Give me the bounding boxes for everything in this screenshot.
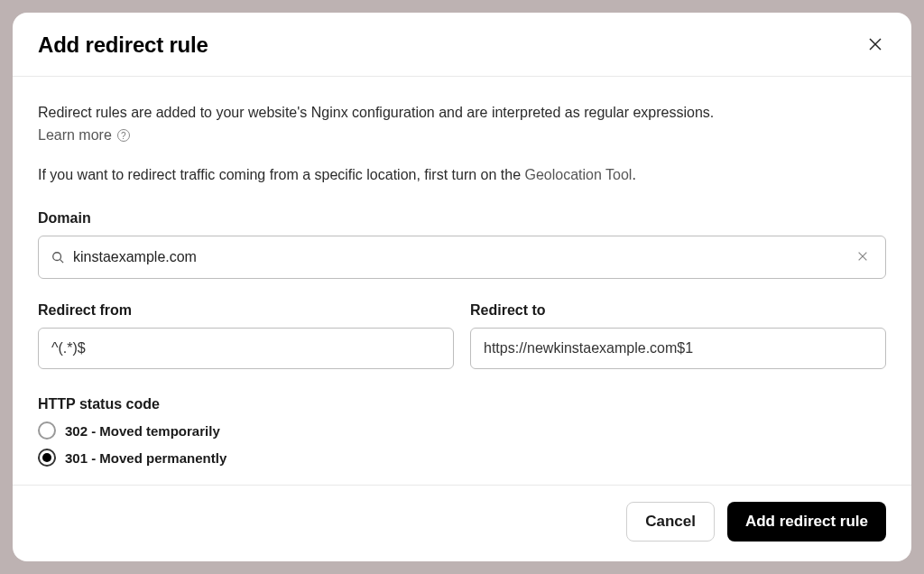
- status-code-label: HTTP status code: [38, 396, 886, 412]
- cancel-button[interactable]: Cancel: [626, 502, 715, 542]
- modal-footer: Cancel Add redirect rule: [13, 485, 911, 561]
- add-redirect-modal: Add redirect rule Redirect rules are add…: [13, 13, 911, 561]
- svg-line-3: [60, 260, 64, 264]
- modal-title: Add redirect rule: [38, 32, 208, 58]
- geolocation-tool-link[interactable]: Geolocation Tool: [525, 167, 633, 182]
- redirect-from-label: Redirect from: [38, 302, 454, 319]
- radio-checked-icon: [38, 449, 56, 467]
- geolocation-note: If you want to redirect traffic coming f…: [38, 167, 886, 183]
- redirect-row: Redirect from Redirect to: [38, 302, 886, 369]
- redirect-to-input[interactable]: [470, 328, 886, 369]
- help-icon: ?: [117, 129, 130, 142]
- geo-note-prefix: If you want to redirect traffic coming f…: [38, 167, 525, 182]
- radio-dot-icon: [42, 453, 51, 462]
- domain-field: Domain: [38, 210, 886, 279]
- modal-body: Redirect rules are added to your website…: [13, 77, 911, 485]
- status-302-label: 302 - Moved temporarily: [65, 423, 220, 439]
- clear-domain-button[interactable]: [853, 246, 873, 269]
- redirect-from-input[interactable]: [38, 328, 454, 369]
- domain-input[interactable]: [73, 249, 853, 265]
- search-icon: [51, 251, 64, 264]
- learn-more-link[interactable]: Learn more ?: [38, 127, 130, 144]
- redirect-from-field: Redirect from: [38, 302, 454, 369]
- svg-point-2: [53, 253, 61, 261]
- geo-note-suffix: .: [632, 167, 635, 182]
- status-301-label: 301 - Moved permanently: [65, 450, 226, 466]
- redirect-to-label: Redirect to: [470, 302, 886, 319]
- status-code-field: HTTP status code 302 - Moved temporarily…: [38, 396, 886, 467]
- domain-input-wrapper[interactable]: [38, 236, 886, 279]
- clear-icon: [856, 250, 869, 265]
- add-redirect-rule-button[interactable]: Add redirect rule: [727, 502, 886, 542]
- close-icon: [868, 37, 882, 54]
- learn-more-text: Learn more: [38, 127, 112, 144]
- redirect-to-field: Redirect to: [470, 302, 886, 369]
- status-option-301[interactable]: 301 - Moved permanently: [38, 449, 886, 467]
- domain-label: Domain: [38, 210, 886, 227]
- close-button[interactable]: [864, 33, 886, 58]
- modal-header: Add redirect rule: [13, 13, 911, 77]
- radio-unchecked-icon: [38, 421, 56, 440]
- description-text: Redirect rules are added to your website…: [38, 102, 886, 124]
- status-option-302[interactable]: 302 - Moved temporarily: [38, 421, 886, 440]
